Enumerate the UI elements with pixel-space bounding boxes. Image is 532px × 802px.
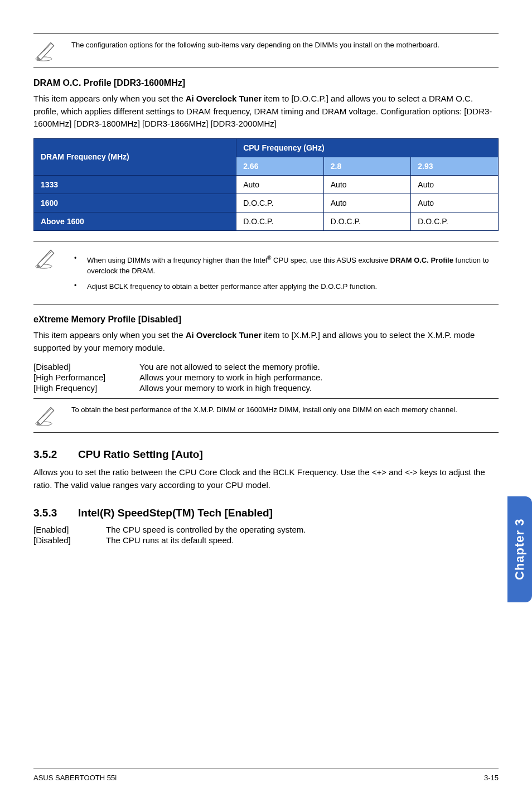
option-value: Allows your memory to work in high frequ… (139, 383, 499, 393)
bullet-dot-icon: • (71, 281, 79, 292)
chapter-side-tab: Chapter 3 (507, 496, 532, 602)
section-title: Intel(R) SpeedStep(TM) Tech [Enabled] (78, 507, 273, 519)
svg-marker-5 (37, 250, 54, 267)
option-key: [High Performance] (33, 373, 139, 382)
option-key: [High Frequency] (33, 383, 139, 393)
option-key: [Disabled] (33, 535, 106, 545)
svg-marker-9 (37, 408, 54, 425)
cell: Auto (236, 175, 324, 194)
heading-xmp: eXtreme Memory Profile [Disabled] (33, 315, 499, 325)
option-row: [Disabled] The CPU runs at its default s… (33, 535, 499, 545)
table-col-header-label: CPU Frequency (GHz) (236, 138, 499, 157)
option-value: The CPU runs at its default speed. (106, 535, 499, 545)
row-label: 1333 (34, 175, 236, 194)
bullet-text: When using DIMMs with a frequncy higher … (87, 254, 499, 277)
bullet-item: • Adjust BCLK frequency to obtain a bett… (71, 281, 499, 292)
table-row: 1600 D.O.C.P. Auto Auto (34, 194, 499, 212)
option-row: [High Frequency] Allows your memory to w… (33, 383, 499, 393)
option-row: [Enabled] The CPU speed is controlled by… (33, 525, 499, 534)
cell: Auto (323, 175, 411, 194)
note-config-options: The configuration options for the follow… (33, 33, 499, 68)
note-xmp: To obtain the best performance of the X.… (33, 398, 499, 433)
note-text: To obtain the best performance of the X.… (71, 404, 499, 416)
table-row: Above 1600 D.O.C.P. D.O.C.P. D.O.C.P. (34, 212, 499, 230)
option-key: [Disabled] (33, 362, 139, 371)
cell: Auto (411, 194, 499, 212)
bullet-dot-icon: • (71, 254, 79, 277)
row-label: 1600 (34, 194, 236, 212)
pencil-icon (33, 247, 58, 269)
para-3-5-2: Allows you to set the ratio between the … (33, 466, 499, 491)
bullet-item: • When using DIMMs with a frequncy highe… (71, 254, 499, 277)
section-number: 3.5.2 (33, 448, 78, 461)
col-2-8: 2.8 (323, 157, 411, 175)
section-number: 3.5.3 (33, 507, 78, 519)
page-footer: ASUS SABERTOOTH 55i 3-15 (33, 769, 499, 782)
option-value: The CPU speed is controlled by the opera… (106, 525, 499, 534)
pencil-icon (33, 404, 58, 427)
table-row-header-label: DRAM Frequency (MHz) (34, 138, 236, 175)
bullet-text: Adjust BCLK frequency to obtain a better… (87, 281, 499, 292)
pencil-icon (33, 40, 58, 62)
cell: D.O.C.P. (236, 212, 324, 230)
para-xmp: This item appears only when you set the … (33, 329, 499, 354)
para-dram-profile: This item appears only when you set the … (33, 93, 499, 131)
option-value: Allows your memory to work in high perfo… (139, 373, 499, 382)
option-row: [High Performance] Allows your memory to… (33, 373, 499, 382)
col-2-93: 2.93 (411, 157, 499, 175)
heading-dram-profile: DRAM O.C. Profile [DDR3-1600MHz] (33, 78, 499, 88)
heading-3-5-2: 3.5.2 CPU Ratio Setting [Auto] (33, 448, 499, 461)
section-title: CPU Ratio Setting [Auto] (78, 448, 203, 461)
option-row: [Disabled] You are not allowed to select… (33, 362, 499, 371)
svg-marker-1 (37, 42, 54, 60)
cell: Auto (323, 194, 411, 212)
footer-page-number: 3-15 (484, 774, 499, 782)
cell: D.O.C.P. (411, 212, 499, 230)
col-2-66: 2.66 (236, 157, 324, 175)
option-key: [Enabled] (33, 525, 106, 534)
cell: D.O.C.P. (236, 194, 324, 212)
heading-3-5-3: 3.5.3 Intel(R) SpeedStep(TM) Tech [Enabl… (33, 507, 499, 519)
cell: D.O.C.P. (323, 212, 411, 230)
note-text: The configuration options for the follow… (71, 40, 499, 51)
table-row: 1333 Auto Auto Auto (34, 175, 499, 194)
dram-cpu-table: DRAM Frequency (MHz) CPU Frequency (GHz)… (33, 138, 499, 231)
row-label: Above 1600 (34, 212, 236, 230)
footer-product: ASUS SABERTOOTH 55i (33, 774, 117, 782)
note-dram-bullets: • When using DIMMs with a frequncy highe… (33, 241, 499, 305)
cell: Auto (411, 175, 499, 194)
option-value: You are not allowed to select the memory… (139, 362, 499, 371)
